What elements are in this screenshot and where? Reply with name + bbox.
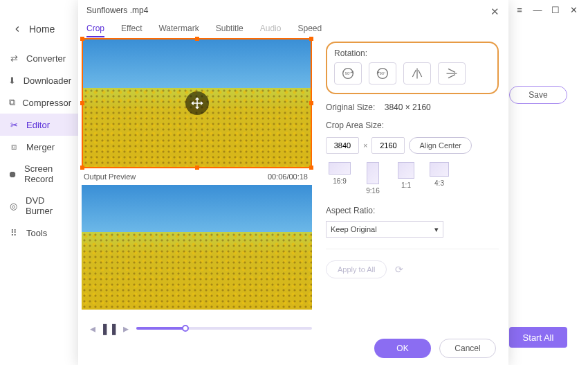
ratio-icon (367, 162, 379, 184)
crop-height-input[interactable] (371, 137, 405, 154)
ratio-4-3[interactable]: 4:3 (425, 162, 453, 195)
sidebar-item-label: Tools (26, 228, 47, 238)
tab-subtitle[interactable]: Subtitle (216, 24, 244, 37)
crop-handle[interactable] (195, 166, 199, 170)
crop-handle[interactable] (195, 37, 199, 41)
crop-handle[interactable] (80, 166, 84, 170)
ratio-label: 1:1 (401, 181, 411, 189)
editor-title: Sunflowers .mp4 (86, 6, 148, 15)
sidebar-item-merger[interactable]: ⧈Merger (0, 136, 80, 158)
ratio-label: 9:16 (366, 187, 379, 195)
editor-window: Sunflowers .mp4 ✕ Crop Effect Watermark … (78, 0, 508, 365)
crop-handle[interactable] (309, 166, 313, 170)
seek-thumb[interactable] (182, 325, 189, 332)
crop-handle[interactable] (309, 37, 313, 41)
dvd-icon: ◎ (8, 200, 19, 211)
rotate-cw-button[interactable]: 90° (334, 62, 362, 84)
tab-speed[interactable]: Speed (297, 24, 322, 37)
ratio-9-16[interactable]: 9:16 (359, 162, 387, 195)
sidebar-item-downloader[interactable]: ⬇Downloader (0, 69, 80, 91)
save-button[interactable]: Save (509, 86, 567, 104)
seek-fill (136, 327, 185, 330)
sidebar-item-editor[interactable]: ✂Editor (0, 114, 80, 136)
playback-controls: ◂ ❚❚ ▸ (86, 322, 312, 335)
tab-audio: Audio (260, 24, 282, 37)
downloader-icon: ⬇ (8, 75, 17, 86)
minimize-icon[interactable]: — (533, 5, 542, 15)
start-all-button[interactable]: Start All (509, 327, 567, 348)
output-preview-label: Output Preview (84, 172, 136, 181)
svg-text:90°: 90° (380, 71, 385, 75)
seek-bar[interactable] (136, 327, 312, 330)
ratio-icon (430, 162, 449, 177)
editor-icon: ✂ (8, 119, 19, 130)
sidebar-item-label: Converter (26, 53, 66, 64)
crop-handle[interactable] (309, 101, 313, 105)
divider (326, 249, 499, 249)
ratio-label: 4:3 (434, 179, 444, 187)
sidebar-item-label: Downloader (24, 75, 71, 86)
crop-width-input[interactable] (326, 137, 359, 154)
ok-button[interactable]: OK (374, 339, 431, 358)
original-size-label: Original Size: (326, 103, 375, 112)
ratio-1-1[interactable]: 1:1 (392, 162, 420, 195)
original-size-value: 3840 × 2160 (385, 103, 431, 112)
sidebar-item-compressor[interactable]: ⧉Compressor (0, 91, 80, 114)
ratio-icon (329, 162, 351, 175)
aspect-ratio-label: Aspect Ratio: (326, 206, 499, 215)
rotation-label: Rotation: (334, 48, 490, 58)
sidebar-item-label: Merger (26, 142, 55, 152)
sidebar: Home ⇄Converter ⬇Downloader ⧉Compressor … (0, 0, 80, 365)
maximize-icon[interactable]: ☐ (551, 5, 560, 15)
times-symbol: × (363, 141, 367, 150)
tab-effect[interactable]: Effect (121, 24, 142, 37)
cancel-button[interactable]: Cancel (439, 339, 496, 358)
record-icon: ⏺ (8, 168, 17, 179)
sidebar-item-converter[interactable]: ⇄Converter (0, 47, 80, 69)
output-preview (82, 185, 312, 310)
flip-vertical-button[interactable] (438, 62, 466, 84)
crop-handle[interactable] (80, 37, 84, 41)
align-center-button[interactable]: Align Center (409, 137, 472, 154)
ratio-label: 16:9 (333, 177, 346, 185)
sidebar-item-tools[interactable]: ⠿Tools (0, 222, 80, 244)
home-label: Home (29, 24, 55, 35)
rotation-group: Rotation: 90° 90° (326, 42, 499, 94)
editor-tabs: Crop Effect Watermark Subtitle Audio Spe… (86, 24, 322, 37)
close-main-icon[interactable]: ✕ (569, 5, 578, 15)
sidebar-item-label: Screen Record (24, 163, 71, 184)
ratio-16-9[interactable]: 16:9 (326, 162, 353, 195)
chevron-down-icon: ▾ (434, 225, 439, 234)
back-home[interactable]: Home (0, 21, 80, 47)
back-icon (12, 24, 22, 34)
time-display: 00:06/00:18 (268, 172, 308, 181)
prev-frame-icon[interactable]: ◂ (86, 322, 99, 335)
converter-icon: ⇄ (8, 53, 19, 64)
sidebar-item-label: DVD Burner (26, 195, 71, 216)
aspect-ratio-value: Keep Original (331, 225, 377, 233)
apply-to-all-button[interactable]: Apply to All (326, 260, 387, 278)
ratio-icon (398, 162, 414, 179)
crop-preview[interactable] (82, 38, 312, 168)
sidebar-item-label: Editor (26, 120, 50, 130)
sidebar-item-screen-record[interactable]: ⏺Screen Record (0, 158, 80, 190)
merger-icon: ⧈ (8, 141, 19, 152)
aspect-ratio-select[interactable]: Keep Original ▾ (326, 221, 443, 238)
crop-area-label: Crop Area Size: (326, 121, 499, 130)
sidebar-item-dvd-burner[interactable]: ◎DVD Burner (0, 190, 80, 222)
pause-icon[interactable]: ❚❚ (103, 322, 116, 335)
tab-watermark[interactable]: Watermark (158, 24, 199, 37)
next-frame-icon[interactable]: ▸ (120, 322, 132, 335)
close-editor-icon[interactable]: ✕ (490, 6, 500, 15)
menu-icon[interactable]: ≡ (515, 5, 524, 15)
refresh-icon[interactable]: ⟳ (395, 264, 403, 275)
flip-horizontal-button[interactable] (403, 62, 431, 84)
move-handle-icon[interactable] (185, 91, 209, 115)
compressor-icon: ⧉ (8, 97, 15, 108)
svg-text:90°: 90° (345, 71, 351, 75)
tools-icon: ⠿ (8, 227, 19, 238)
tab-crop[interactable]: Crop (86, 24, 104, 37)
rotate-ccw-button[interactable]: 90° (369, 62, 396, 84)
crop-handle[interactable] (80, 101, 84, 105)
sidebar-item-label: Compressor (22, 98, 71, 108)
